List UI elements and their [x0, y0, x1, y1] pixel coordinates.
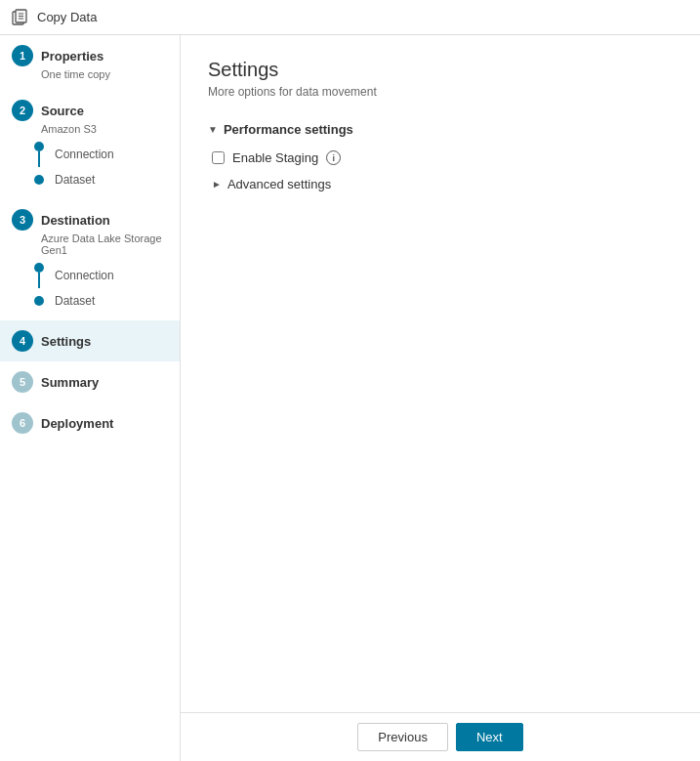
- sidebar: 1 Properties One time copy 2 Source Amaz…: [0, 35, 181, 761]
- sidebar-item-destination[interactable]: 3 Destination Azure Data Lake Storage Ge…: [0, 199, 180, 320]
- source-connection-dot: [34, 142, 44, 151]
- nav-circle-5: 5: [12, 371, 33, 393]
- source-subitems: Connection Dataset: [12, 139, 168, 190]
- expand-icon: ►: [212, 179, 222, 190]
- main-layout: 1 Properties One time copy 2 Source Amaz…: [0, 35, 700, 761]
- content-subtitle: More options for data movement: [208, 85, 673, 99]
- footer: Previous Next: [181, 712, 700, 761]
- collapse-icon: ▼: [208, 124, 218, 135]
- dest-connection-dot: [34, 263, 44, 273]
- sidebar-label-settings: Settings: [41, 334, 91, 349]
- sidebar-item-deployment[interactable]: 6 Deployment: [0, 402, 180, 444]
- source-connection-label: Connection: [55, 148, 114, 161]
- enable-staging-info-icon[interactable]: i: [326, 150, 341, 165]
- sidebar-item-settings[interactable]: 4 Settings: [0, 320, 180, 361]
- nav-circle-1: 1: [12, 45, 33, 66]
- content-body: Settings More options for data movement …: [181, 35, 700, 712]
- dest-dataset-label: Dataset: [55, 294, 95, 308]
- enable-staging-checkbox[interactable]: [212, 151, 225, 164]
- nav-circle-6: 6: [12, 412, 33, 434]
- sidebar-item-source[interactable]: 2 Source Amazon S3 Connection Datas: [0, 90, 180, 199]
- previous-button[interactable]: Previous: [357, 723, 448, 751]
- content-area: Settings More options for data movement …: [181, 35, 700, 761]
- copy-data-icon: [12, 9, 29, 26]
- source-dataset-row[interactable]: Dataset: [31, 170, 168, 190]
- sidebar-item-properties[interactable]: 1 Properties One time copy: [0, 35, 180, 90]
- top-bar: Copy Data: [0, 0, 700, 35]
- enable-staging-label: Enable Staging: [232, 150, 318, 165]
- dest-connection-row[interactable]: Connection: [31, 260, 168, 291]
- nav-circle-3: 3: [12, 209, 33, 231]
- sidebar-sub-source: Amazon S3: [41, 123, 168, 135]
- sidebar-label-deployment: Deployment: [41, 416, 113, 431]
- dest-connection-label: Connection: [55, 269, 114, 282]
- sidebar-sub-destination: Azure Data Lake Storage Gen1: [41, 233, 168, 256]
- dest-dataset-row[interactable]: Dataset: [31, 291, 168, 311]
- nav-circle-2: 2: [12, 100, 33, 121]
- nav-circle-4: 4: [12, 330, 33, 352]
- sidebar-label-summary: Summary: [41, 375, 99, 390]
- advanced-settings-row[interactable]: ► Advanced settings: [212, 177, 673, 191]
- sidebar-sub-properties: One time copy: [41, 68, 168, 80]
- topbar-title: Copy Data: [37, 10, 97, 24]
- performance-settings-label: Performance settings: [224, 122, 353, 137]
- destination-subitems: Connection Dataset: [12, 260, 168, 311]
- next-button[interactable]: Next: [456, 723, 523, 751]
- sidebar-label-destination: Destination: [41, 213, 110, 228]
- dest-dataset-dot: [34, 296, 44, 306]
- source-connection-row[interactable]: Connection: [31, 139, 168, 170]
- content-title: Settings: [208, 59, 673, 81]
- advanced-settings-label: Advanced settings: [227, 177, 331, 191]
- source-dataset-label: Dataset: [55, 173, 95, 187]
- enable-staging-row: Enable Staging i: [212, 150, 673, 165]
- sidebar-label-properties: Properties: [41, 49, 103, 63]
- performance-settings-header[interactable]: ▼ Performance settings: [208, 122, 673, 137]
- sidebar-label-source: Source: [41, 104, 84, 118]
- source-dataset-dot: [34, 175, 44, 185]
- sidebar-item-summary[interactable]: 5 Summary: [0, 361, 180, 402]
